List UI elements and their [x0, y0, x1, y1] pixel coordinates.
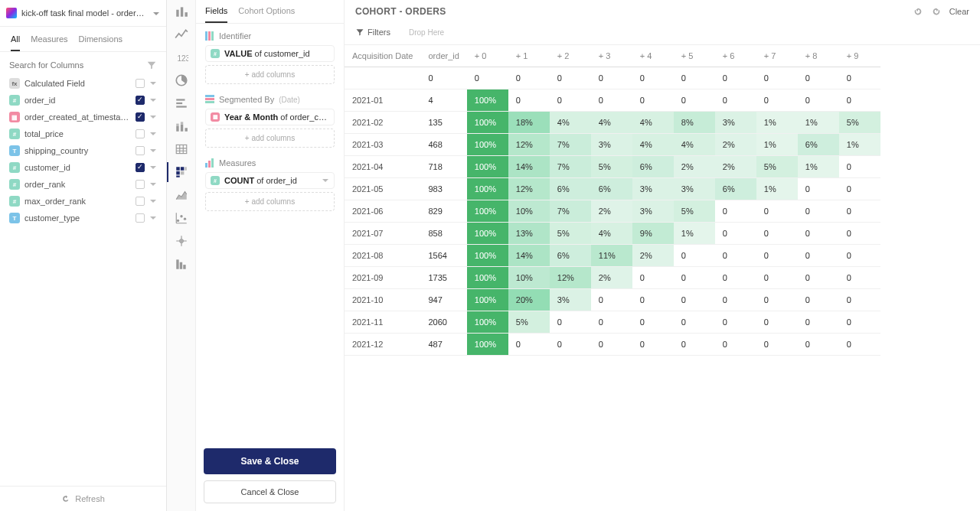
- cohort-cell[interactable]: 0: [715, 267, 756, 289]
- chevron-down-icon[interactable]: [149, 96, 157, 104]
- cohort-cell[interactable]: 100%: [467, 267, 508, 289]
- cohort-cell[interactable]: 2%: [632, 245, 674, 267]
- cohort-cell[interactable]: 3%: [715, 112, 756, 134]
- tab-measures[interactable]: Measures: [31, 34, 67, 51]
- cohort-cell[interactable]: 0: [798, 334, 839, 356]
- col-offset[interactable]: + 4: [632, 45, 674, 67]
- cohort-cell[interactable]: 0: [839, 267, 880, 289]
- measures-add-button[interactable]: + add columns: [205, 192, 335, 211]
- cohort-cell[interactable]: 0: [839, 156, 880, 178]
- field-row-order-id[interactable]: #order_id: [0, 92, 166, 109]
- cohort-cell[interactable]: 3%: [674, 178, 715, 200]
- cohort-cell[interactable]: 14%: [508, 156, 550, 178]
- segmented-chip[interactable]: ▦ Year & Month of order_created_at_...: [205, 109, 335, 125]
- col-offset[interactable]: + 1: [508, 45, 550, 67]
- cohort-cell[interactable]: 1%: [756, 134, 798, 156]
- cohort-cell[interactable]: 2%: [591, 200, 632, 223]
- cohort-cell[interactable]: 0: [798, 90, 839, 112]
- cohort-cell[interactable]: 0: [839, 178, 880, 200]
- cohort-cell[interactable]: 3%: [550, 289, 591, 311]
- cohort-cell[interactable]: 100%: [467, 289, 508, 311]
- undo-icon[interactable]: [913, 6, 923, 17]
- cohort-cell[interactable]: 12%: [550, 267, 591, 289]
- cohort-cell[interactable]: 4%: [632, 134, 674, 156]
- search-input[interactable]: [9, 60, 142, 70]
- col-offset[interactable]: + 0: [467, 45, 508, 67]
- cohort-cell[interactable]: 0: [756, 267, 798, 289]
- field-checkbox[interactable]: [136, 112, 145, 122]
- chevron-down-icon[interactable]: [149, 113, 157, 121]
- field-row-shipping-country[interactable]: Tshipping_country: [0, 142, 166, 159]
- cohort-cell[interactable]: 10%: [508, 267, 550, 289]
- filters-label[interactable]: Filters: [355, 28, 390, 37]
- identifier-add-button[interactable]: + add columns: [205, 65, 335, 84]
- cohort-cell[interactable]: 100%: [467, 311, 508, 334]
- field-checkbox[interactable]: [136, 180, 145, 189]
- cohort-cell[interactable]: 0: [839, 311, 880, 334]
- chevron-down-icon[interactable]: [149, 130, 157, 138]
- cohort-cell[interactable]: 0: [839, 245, 880, 267]
- cohort-cell[interactable]: 0: [798, 311, 839, 334]
- cohort-cell[interactable]: 7%: [550, 156, 591, 178]
- cohort-cell[interactable]: 100%: [467, 178, 508, 200]
- col-offset[interactable]: + 9: [839, 45, 880, 67]
- segmented-add-button[interactable]: + add columns: [205, 129, 335, 148]
- cohort-cell[interactable]: 6%: [715, 178, 756, 200]
- cohort-cell[interactable]: 5%: [756, 156, 798, 178]
- cohort-cell[interactable]: 0: [715, 289, 756, 311]
- cohort-cell[interactable]: 5%: [550, 223, 591, 245]
- chevron-down-icon[interactable]: [149, 214, 157, 222]
- cohort-cell[interactable]: 0: [839, 200, 880, 223]
- cohort-cell[interactable]: 0: [798, 289, 839, 311]
- cohort-cell[interactable]: 0: [839, 90, 880, 112]
- cohort-cell[interactable]: 4%: [674, 134, 715, 156]
- identifier-chip[interactable]: # VALUE of customer_id: [205, 45, 335, 62]
- cohort-cell[interactable]: 0: [550, 311, 591, 334]
- cohort-cell[interactable]: 7%: [550, 200, 591, 223]
- cohort-cell[interactable]: 0: [632, 289, 674, 311]
- cohort-table-wrap[interactable]: Acquisition Dateorder_id+ 0+ 1+ 2+ 3+ 4+…: [345, 45, 980, 511]
- cohort-cell[interactable]: 0: [839, 289, 880, 311]
- col-offset[interactable]: + 5: [674, 45, 715, 67]
- cohort-cell[interactable]: 0: [674, 334, 715, 356]
- number-display-icon[interactable]: 123: [175, 50, 188, 64]
- cohort-cell[interactable]: 3%: [632, 178, 674, 200]
- cohort-cell[interactable]: 0: [756, 90, 798, 112]
- horizontal-bar-icon[interactable]: [175, 96, 188, 110]
- cohort-cell[interactable]: 14%: [508, 245, 550, 267]
- cohort-cell[interactable]: 0: [508, 334, 550, 356]
- field-row-order-rank[interactable]: #order_rank: [0, 176, 166, 193]
- combo-chart-icon[interactable]: [175, 234, 188, 248]
- cohort-cell[interactable]: 10%: [508, 200, 550, 223]
- cohort-cell[interactable]: 0: [756, 289, 798, 311]
- cohort-cell[interactable]: 12%: [508, 178, 550, 200]
- clear-button[interactable]: Clear: [949, 7, 969, 16]
- tab-cohort-options[interactable]: Cohort Options: [238, 6, 295, 23]
- cohort-cell[interactable]: 20%: [508, 289, 550, 311]
- cohort-cell[interactable]: 0: [674, 289, 715, 311]
- cancel-close-button[interactable]: Cancel & Close: [204, 480, 336, 503]
- line-chart-icon[interactable]: [175, 28, 188, 41]
- tab-fields[interactable]: Fields: [205, 6, 227, 23]
- cohort-cell[interactable]: 0: [632, 90, 674, 112]
- table-icon[interactable]: [175, 142, 188, 156]
- field-checkbox[interactable]: [136, 213, 145, 223]
- cohort-cell[interactable]: 1%: [839, 134, 880, 156]
- cohort-cell[interactable]: 8%: [674, 112, 715, 134]
- cohort-cell[interactable]: 1%: [756, 178, 798, 200]
- cohort-cell[interactable]: 0: [591, 334, 632, 356]
- cohort-cell[interactable]: 11%: [591, 245, 632, 267]
- cohort-cell[interactable]: 6%: [550, 178, 591, 200]
- cohort-cell[interactable]: 0: [798, 245, 839, 267]
- cohort-cell[interactable]: 0: [591, 90, 632, 112]
- col-offset[interactable]: + 8: [798, 45, 839, 67]
- cohort-cell[interactable]: 0: [591, 311, 632, 334]
- cohort-cell[interactable]: 0: [756, 223, 798, 245]
- cohort-cell[interactable]: 0: [715, 334, 756, 356]
- cohort-cell[interactable]: 100%: [467, 245, 508, 267]
- field-row-max-order-rank[interactable]: #max_order_rank: [0, 193, 166, 210]
- cohort-cell[interactable]: 2%: [715, 134, 756, 156]
- cohort-cell[interactable]: 1%: [798, 156, 839, 178]
- stacked-bar-icon[interactable]: [175, 119, 188, 133]
- cohort-cell[interactable]: 4%: [591, 112, 632, 134]
